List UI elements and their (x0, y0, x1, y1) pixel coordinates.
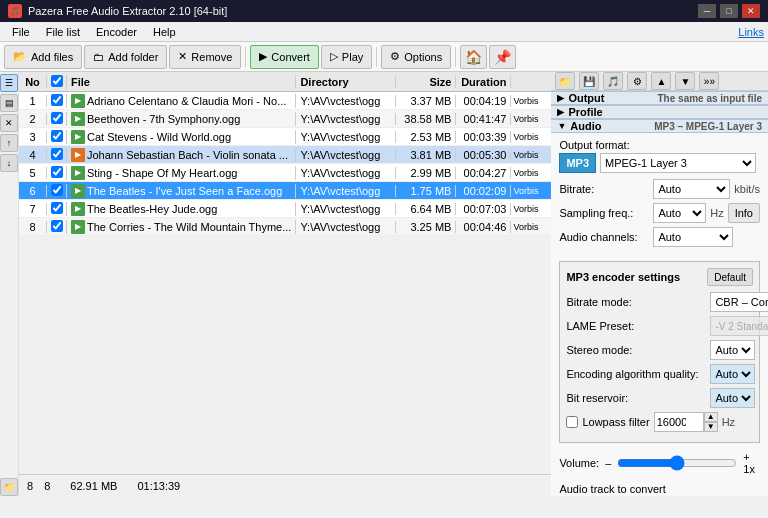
pin-button[interactable]: 📌 (489, 45, 516, 69)
lowpass-checkbox[interactable] (566, 416, 578, 428)
row-no: 2 (19, 113, 47, 125)
row-dir: Y:\AV\vctest\ogg (296, 131, 396, 143)
row-checkbox-cell[interactable] (47, 112, 67, 126)
convert-button[interactable]: ▶ Convert (250, 45, 319, 69)
home-button[interactable]: 🏠 (460, 45, 487, 69)
row-file-cell: ▶ The Corries - The Wild Mountain Thyme.… (67, 220, 296, 234)
file-type-icon: ▶ (71, 112, 85, 126)
output-format-label: Output format: (559, 139, 760, 151)
lowpass-spin-up[interactable]: ▲ (704, 412, 718, 422)
links-button[interactable]: Links (738, 26, 764, 38)
table-row[interactable]: 3 ▶ Cat Stevens - Wild World.ogg Y:\AV\v… (19, 128, 551, 146)
right-tool-gear[interactable]: ⚙ (627, 72, 647, 90)
right-tool-save[interactable]: 💾 (579, 72, 599, 90)
add-folder-button[interactable]: 🗀 Add folder (84, 45, 167, 69)
menu-filelist[interactable]: File list (38, 24, 88, 40)
menu-encoder[interactable]: Encoder (88, 24, 145, 40)
profile-section-header[interactable]: ▶ Profile (551, 105, 768, 119)
row-checkbox-cell[interactable] (47, 148, 67, 162)
row-checkbox[interactable] (51, 220, 63, 232)
bitrate-mode-select[interactable]: CBR – Constant bitrate (710, 292, 768, 312)
table-row[interactable]: 5 ▶ Sting - Shape Of My Heart.ogg Y:\AV\… (19, 164, 551, 182)
encoding-quality-select[interactable]: Auto (710, 364, 755, 384)
encoding-quality-label: Encoding algorithm quality: (566, 368, 706, 380)
volume-slider[interactable] (617, 456, 737, 470)
file-type-icon: ▶ (71, 148, 85, 162)
row-dir: Y:\AV\vctest\ogg (296, 113, 396, 125)
row-checkbox[interactable] (51, 148, 63, 160)
row-checkbox-cell[interactable] (47, 166, 67, 180)
col-header-size: Size (396, 76, 456, 88)
remove-button[interactable]: ✕ Remove (169, 45, 241, 69)
table-row[interactable]: 7 ▶ The Beatles-Hey Jude.ogg Y:\AV\vctes… (19, 200, 551, 218)
add-folder-icon: 🗀 (93, 51, 104, 63)
right-tool-note[interactable]: 🎵 (603, 72, 623, 90)
row-duration: 00:07:03 (456, 203, 511, 215)
table-row[interactable]: 1 ▶ Adriano Celentano & Claudia Mori - N… (19, 92, 551, 110)
output-section-header[interactable]: ▶ Output The same as input file (551, 91, 768, 105)
channels-select[interactable]: Auto (653, 227, 733, 247)
row-duration: 00:04:19 (456, 95, 511, 107)
sidebar-icon-4[interactable]: ↑ (0, 134, 18, 152)
sidebar-icon-2[interactable]: ▤ (0, 94, 18, 112)
status-size: 62.91 MB (70, 480, 117, 492)
right-tool-folder[interactable]: 📁 (555, 72, 575, 90)
bitrate-select[interactable]: Auto (653, 179, 730, 199)
row-dir: Y:\AV\vctest\ogg (296, 221, 396, 233)
row-size: 1.75 MB (396, 185, 456, 197)
default-button[interactable]: Default (707, 268, 753, 286)
row-checkbox[interactable] (51, 94, 63, 106)
lowpass-row: Lowpass filter ▲ ▼ Hz (566, 412, 753, 432)
right-tool-more[interactable]: »» (699, 72, 719, 90)
audio-section-header[interactable]: ▼ Audio MP3 – MPEG-1 Layer 3 (551, 119, 768, 133)
table-row[interactable]: 6 ▶ The Beatles - I've Just Seen a Face.… (19, 182, 551, 200)
sidebar-icon-folder[interactable]: 📁 (0, 478, 18, 496)
close-button[interactable]: ✕ (742, 4, 760, 18)
row-size: 3.37 MB (396, 95, 456, 107)
options-button[interactable]: ⚙ Options (381, 45, 451, 69)
row-checkbox[interactable] (51, 184, 63, 196)
status-duration: 01:13:39 (137, 480, 180, 492)
row-filename: The Corries - The Wild Mountain Thyme... (87, 221, 291, 233)
lowpass-input[interactable] (654, 412, 704, 432)
row-checkbox[interactable] (51, 130, 63, 142)
sampling-select[interactable]: Auto (653, 203, 706, 223)
stereo-mode-select[interactable]: Auto (710, 340, 755, 360)
channels-row: Audio channels: Auto (559, 227, 760, 247)
row-duration: 00:04:27 (456, 167, 511, 179)
lowpass-label: Lowpass filter (582, 416, 649, 428)
format-select[interactable]: MPEG-1 Layer 3 (600, 153, 756, 173)
select-all-checkbox[interactable] (51, 75, 63, 87)
bit-reservoir-select[interactable]: Auto (710, 388, 755, 408)
row-extra: Vorbis (511, 114, 551, 124)
row-checkbox-cell[interactable] (47, 202, 67, 216)
row-checkbox-cell[interactable] (47, 94, 67, 108)
row-checkbox[interactable] (51, 112, 63, 124)
row-checkbox-cell[interactable] (47, 130, 67, 144)
row-checkbox[interactable] (51, 166, 63, 178)
lowpass-spin-down[interactable]: ▼ (704, 422, 718, 432)
add-files-button[interactable]: 📂 Add files (4, 45, 82, 69)
sidebar-icon-1[interactable]: ☰ (0, 74, 18, 92)
right-tool-down[interactable]: ▼ (675, 72, 695, 90)
sidebar-icon-3[interactable]: ✕ (0, 114, 18, 132)
row-extra: Vorbis (511, 222, 551, 232)
menu-help[interactable]: Help (145, 24, 184, 40)
row-checkbox-cell[interactable] (47, 184, 67, 198)
info-button[interactable]: Info (728, 203, 760, 223)
maximize-button[interactable]: □ (720, 4, 738, 18)
options-icon: ⚙ (390, 50, 400, 63)
right-tool-up[interactable]: ▲ (651, 72, 671, 90)
row-checkbox-cell[interactable] (47, 220, 67, 234)
play-button[interactable]: ▷ Play (321, 45, 372, 69)
minimize-button[interactable]: ─ (698, 4, 716, 18)
table-row[interactable]: 4 ▶ Johann Sebastian Bach - Violin sonat… (19, 146, 551, 164)
table-row[interactable]: 2 ▶ Beethoven - 7th Symphony.ogg Y:\AV\v… (19, 110, 551, 128)
table-row[interactable]: 8 ▶ The Corries - The Wild Mountain Thym… (19, 218, 551, 236)
lame-preset-select[interactable]: -V 2 Standard 170-210 kbit/s (710, 316, 768, 336)
profile-triangle-icon: ▶ (557, 107, 564, 117)
menu-file[interactable]: File (4, 24, 38, 40)
sidebar-icon-5[interactable]: ↓ (0, 154, 18, 172)
col-header-dir: Directory (296, 76, 396, 88)
row-checkbox[interactable] (51, 202, 63, 214)
